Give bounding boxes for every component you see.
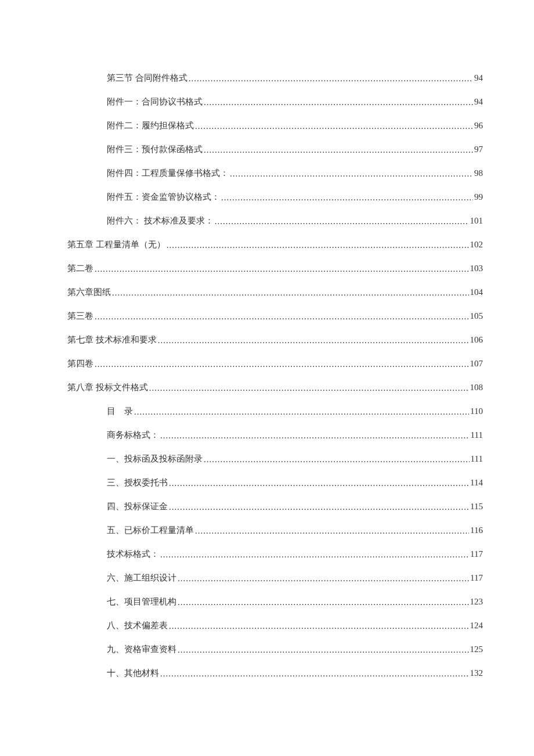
toc-entry-label: 第四卷 <box>67 358 93 369</box>
toc-entry: 第三节 合同附件格式94 <box>67 73 483 84</box>
toc-leader-dots <box>169 621 469 631</box>
toc-entry: 附件三：预付款保函格式97 <box>67 144 483 155</box>
toc-entry-page: 132 <box>470 668 484 678</box>
toc-entry-label: 第五章 工程量清单（无） <box>67 239 165 250</box>
toc-entry-label: 九、资格审查资料 <box>107 644 176 655</box>
toc-entry: 第二卷103 <box>67 263 483 274</box>
toc-entry-page: 117 <box>470 549 483 559</box>
toc-entry-label: 八、技术偏差表 <box>107 620 168 631</box>
toc-leader-dots <box>160 669 469 679</box>
toc-leader-dots <box>189 74 473 84</box>
toc-leader-dots <box>112 288 469 298</box>
toc-entry: 七、项目管理机构123 <box>67 596 483 607</box>
toc-leader-dots <box>178 645 469 655</box>
toc-entry-label: 五、已标价工程量清单 <box>107 525 194 536</box>
toc-entry-page: 106 <box>470 335 484 345</box>
toc-entry: 附件六： 技术标准及要求：101 <box>67 215 483 226</box>
toc-leader-dots <box>167 240 469 250</box>
toc-entry-page: 101 <box>470 216 484 226</box>
toc-entry-page: 110 <box>470 406 483 416</box>
toc-entry: 五、已标价工程量清单116 <box>67 525 483 536</box>
toc-entry: 十、其他材料132 <box>67 668 483 679</box>
toc-entry-page: 104 <box>470 287 484 297</box>
toc-leader-dots <box>169 502 469 512</box>
toc-entry-label: 七、项目管理机构 <box>107 596 176 607</box>
toc-leader-dots <box>95 312 469 322</box>
toc-entry-label: 附件五：资金监管协议格式： <box>107 192 220 203</box>
toc-entry: 第六章图纸104 <box>67 287 483 298</box>
toc-entry-label: 附件三：预付款保函格式 <box>107 144 203 155</box>
toc-entry-label: 三、授权委托书 <box>107 477 168 488</box>
toc-entry-label: 第三卷 <box>67 311 93 322</box>
toc-entry-label: 商务标格式： <box>107 430 159 441</box>
toc-entry: 第八章 投标文件格式108 <box>67 382 483 393</box>
toc-entry: 第三卷105 <box>67 311 483 322</box>
toc-entry-page: 102 <box>470 240 484 250</box>
toc-entry-page: 98 <box>474 168 483 178</box>
toc-leader-dots <box>149 383 469 393</box>
toc-leader-dots <box>215 217 469 226</box>
toc-entry: 第五章 工程量清单（无）102 <box>67 239 483 250</box>
toc-entry-label: 附件一：合同协议书格式 <box>107 96 203 107</box>
toc-entry-label: 六、施工组织设计 <box>107 573 176 584</box>
toc-entry-page: 99 <box>474 192 483 202</box>
toc-entry-page: 108 <box>470 383 484 393</box>
toc-leader-dots <box>160 550 469 560</box>
toc-entry-label: 第八章 投标文件格式 <box>67 382 148 393</box>
toc-leader-dots <box>230 169 473 179</box>
toc-entry-page: 123 <box>470 597 484 607</box>
toc-entry-page: 105 <box>470 311 484 321</box>
toc-entry-page: 103 <box>470 264 484 273</box>
toc-entry-page: 116 <box>470 525 483 535</box>
toc-entry: 附件五：资金监管协议格式：99 <box>67 192 483 203</box>
toc-entry: 目 录110 <box>67 406 483 417</box>
toc-entry-label: 附件六： 技术标准及要求： <box>107 215 214 226</box>
toc-entry-label: 第六章图纸 <box>67 287 111 298</box>
toc-entry-page: 115 <box>470 502 483 512</box>
toc-entry-label: 一、投标函及投标函附录 <box>107 453 203 465</box>
toc-leader-dots <box>95 264 469 274</box>
table-of-contents: 第三节 合同附件格式94附件一：合同协议书格式94附件二：履约担保格式96附件三… <box>67 73 483 679</box>
toc-entry-page: 97 <box>474 145 483 154</box>
toc-entry-label: 技术标格式： <box>107 549 159 560</box>
toc-entry: 八、技术偏差表124 <box>67 620 483 631</box>
toc-entry-label: 附件二：履约担保格式 <box>107 120 194 131</box>
toc-entry: 第四卷107 <box>67 358 483 369</box>
toc-leader-dots <box>204 145 473 155</box>
toc-entry: 九、资格审查资料125 <box>67 644 483 655</box>
toc-leader-dots <box>169 478 469 488</box>
toc-leader-dots <box>204 455 470 465</box>
toc-entry-page: 125 <box>470 645 484 654</box>
toc-entry-label: 附件四：工程质量保修书格式： <box>107 168 229 179</box>
toc-entry: 商务标格式：111 <box>67 430 483 441</box>
toc-entry: 附件二：履约担保格式96 <box>67 120 483 131</box>
toc-leader-dots <box>158 336 469 345</box>
toc-entry-page: 124 <box>470 621 484 631</box>
toc-leader-dots <box>221 193 473 203</box>
toc-entry: 技术标格式：117 <box>67 549 483 560</box>
toc-entry: 附件一：合同协议书格式94 <box>67 96 483 107</box>
toc-leader-dots <box>178 574 469 584</box>
toc-entry-page: 111 <box>471 454 483 464</box>
toc-leader-dots <box>195 526 469 536</box>
toc-entry-page: 94 <box>474 73 483 83</box>
toc-entry-page: 94 <box>474 97 483 107</box>
toc-entry-label: 十、其他材料 <box>107 668 159 679</box>
toc-entry-label: 目 录 <box>107 406 133 417</box>
toc-entry-page: 107 <box>470 359 484 369</box>
toc-leader-dots <box>195 121 473 131</box>
toc-entry: 附件四：工程质量保修书格式：98 <box>67 168 483 179</box>
toc-entry-page: 96 <box>474 121 483 131</box>
toc-entry: 第七章 技术标准和要求106 <box>67 334 483 345</box>
toc-entry: 四、投标保证金115 <box>67 501 483 512</box>
toc-entry-page: 111 <box>471 430 483 440</box>
toc-leader-dots <box>160 431 470 441</box>
toc-entry-page: 117 <box>470 573 483 583</box>
toc-leader-dots <box>95 359 469 369</box>
toc-entry-label: 第二卷 <box>67 263 93 274</box>
toc-leader-dots <box>178 597 469 607</box>
toc-leader-dots <box>134 407 469 417</box>
toc-entry-page: 114 <box>470 478 483 488</box>
toc-entry-label: 四、投标保证金 <box>107 501 168 512</box>
toc-entry-label: 第七章 技术标准和要求 <box>67 334 157 345</box>
